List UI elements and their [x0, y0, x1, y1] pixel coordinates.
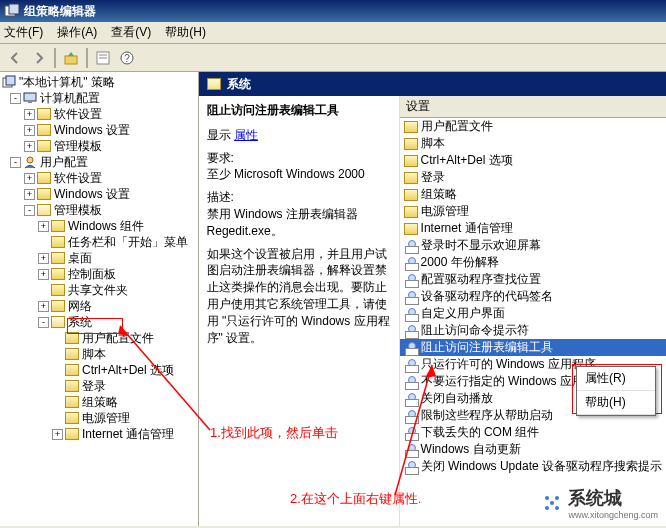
- list-item[interactable]: 关闭 Windows Update 设备驱动程序搜索提示: [400, 458, 666, 475]
- menu-file[interactable]: 文件(F): [4, 24, 43, 41]
- list-item[interactable]: Windows 自动更新: [400, 441, 666, 458]
- list-item-label: 设备驱动程序的代码签名: [421, 288, 553, 305]
- tree-computer[interactable]: 计算机配置: [40, 90, 100, 106]
- policy-setting-icon: [404, 324, 418, 338]
- svg-rect-2: [65, 56, 77, 64]
- menu-view[interactable]: 查看(V): [111, 24, 151, 41]
- list-item[interactable]: 脚本: [400, 135, 666, 152]
- expand-toggle[interactable]: +: [24, 141, 35, 152]
- tree-script[interactable]: 脚本: [82, 346, 106, 362]
- desc-label: 描述:: [207, 190, 234, 204]
- expand-toggle[interactable]: +: [24, 173, 35, 184]
- tree-admin[interactable]: 管理模板: [54, 138, 102, 154]
- tree-userprof[interactable]: 用户配置文件: [82, 330, 154, 346]
- tree-system[interactable]: 系统: [68, 314, 92, 330]
- tree-soft[interactable]: 软件设置: [54, 106, 102, 122]
- tree-power[interactable]: 电源管理: [82, 410, 130, 426]
- description-panel: 阻止访问注册表编辑工具 显示 属性 要求:至少 Microsoft Window…: [199, 96, 399, 526]
- list-item[interactable]: 2000 年份解释: [400, 254, 666, 271]
- watermark-icon: [540, 491, 564, 515]
- tree-shared[interactable]: 共享文件夹: [68, 282, 128, 298]
- detail-title: 阻止访问注册表编辑工具: [207, 102, 391, 119]
- expand-toggle[interactable]: +: [38, 301, 49, 312]
- expand-toggle[interactable]: -: [10, 93, 21, 104]
- context-help[interactable]: 帮助(H): [577, 391, 655, 415]
- properties-link[interactable]: 属性: [234, 128, 258, 142]
- tree-inet[interactable]: Internet 通信管理: [82, 426, 174, 442]
- list-item[interactable]: 阻止访问注册表编辑工具: [400, 339, 666, 356]
- list-item-label: 组策略: [421, 186, 457, 203]
- help-button[interactable]: ?: [116, 47, 138, 69]
- tree-gpolicy[interactable]: 组策略: [82, 394, 118, 410]
- policy-setting-icon: [404, 375, 418, 389]
- expand-toggle[interactable]: +: [38, 221, 49, 232]
- policy-setting-icon: [404, 460, 418, 474]
- list-item[interactable]: 登录: [400, 169, 666, 186]
- forward-button[interactable]: [28, 47, 50, 69]
- tree-wincomp[interactable]: Windows 组件: [68, 218, 144, 234]
- list-item[interactable]: 登录时不显示欢迎屏幕: [400, 237, 666, 254]
- tree-admin2[interactable]: 管理模板: [54, 202, 102, 218]
- tree-network[interactable]: 网络: [68, 298, 92, 314]
- svg-rect-10: [24, 93, 36, 101]
- properties-button[interactable]: [92, 47, 114, 69]
- list-item[interactable]: Ctrl+Alt+Del 选项: [400, 152, 666, 169]
- back-button[interactable]: [4, 47, 26, 69]
- tree-win2[interactable]: Windows 设置: [54, 186, 130, 202]
- expand-toggle[interactable]: +: [38, 253, 49, 264]
- folder-icon: [65, 348, 79, 360]
- folder-icon: [404, 223, 418, 235]
- tree-root[interactable]: "本地计算机" 策略: [19, 74, 115, 90]
- expand-toggle[interactable]: +: [24, 189, 35, 200]
- tree-view[interactable]: "本地计算机" 策略 -计算机配置 +软件设置 +Windows 设置 +管理模…: [0, 72, 199, 526]
- folder-open-icon: [37, 204, 51, 216]
- svg-point-19: [545, 506, 549, 510]
- list-item[interactable]: 配置驱动程序查找位置: [400, 271, 666, 288]
- toolbar-separator: [54, 48, 56, 68]
- tree-cad[interactable]: Ctrl+Alt+Del 选项: [82, 362, 174, 378]
- list-item-label: 限制这些程序从帮助启动: [421, 407, 553, 424]
- list-item[interactable]: 自定义用户界面: [400, 305, 666, 322]
- expand-toggle[interactable]: +: [38, 269, 49, 280]
- list-item[interactable]: 组策略: [400, 186, 666, 203]
- list-item[interactable]: 电源管理: [400, 203, 666, 220]
- tree-soft2[interactable]: 软件设置: [54, 170, 102, 186]
- expand-toggle[interactable]: +: [24, 109, 35, 120]
- expand-toggle[interactable]: -: [24, 205, 35, 216]
- expand-toggle[interactable]: -: [38, 317, 49, 328]
- svg-point-17: [545, 496, 549, 500]
- menu-help[interactable]: 帮助(H): [165, 24, 206, 41]
- policy-setting-icon: [404, 358, 418, 372]
- tree-desktop[interactable]: 桌面: [68, 250, 92, 266]
- folder-open-icon: [51, 316, 65, 328]
- list-item[interactable]: 下载丢失的 COM 组件: [400, 424, 666, 441]
- list-item[interactable]: 用户配置文件: [400, 118, 666, 135]
- expand-toggle[interactable]: +: [24, 125, 35, 136]
- workarea: "本地计算机" 策略 -计算机配置 +软件设置 +Windows 设置 +管理模…: [0, 72, 666, 526]
- tree-taskbar[interactable]: 任务栏和「开始」菜单: [68, 234, 188, 250]
- tree-user[interactable]: 用户配置: [40, 154, 88, 170]
- folder-icon: [65, 396, 79, 408]
- settings-list[interactable]: 设置 用户配置文件脚本Ctrl+Alt+Del 选项登录组策略电源管理Inter…: [399, 96, 666, 526]
- context-properties[interactable]: 属性(R): [577, 367, 655, 391]
- tree-logon[interactable]: 登录: [82, 378, 106, 394]
- policy-setting-icon: [404, 409, 418, 423]
- list-item[interactable]: 设备驱动程序的代码签名: [400, 288, 666, 305]
- content-header: 系统: [199, 72, 666, 96]
- list-item[interactable]: 阻止访问命令提示符: [400, 322, 666, 339]
- app-icon: [4, 3, 20, 19]
- policy-setting-icon: [404, 341, 418, 355]
- folder-icon: [37, 140, 51, 152]
- list-item[interactable]: Internet 通信管理: [400, 220, 666, 237]
- svg-point-12: [27, 157, 33, 163]
- svg-rect-9: [6, 76, 15, 85]
- list-item-label: 关闭自动播放: [421, 390, 493, 407]
- expand-toggle[interactable]: +: [52, 429, 63, 440]
- tree-win[interactable]: Windows 设置: [54, 122, 130, 138]
- expand-toggle[interactable]: -: [10, 157, 21, 168]
- tree-cpanel[interactable]: 控制面板: [68, 266, 116, 282]
- menu-action[interactable]: 操作(A): [57, 24, 97, 41]
- up-button[interactable]: [60, 47, 82, 69]
- list-header[interactable]: 设置: [400, 96, 666, 118]
- svg-point-20: [555, 506, 559, 510]
